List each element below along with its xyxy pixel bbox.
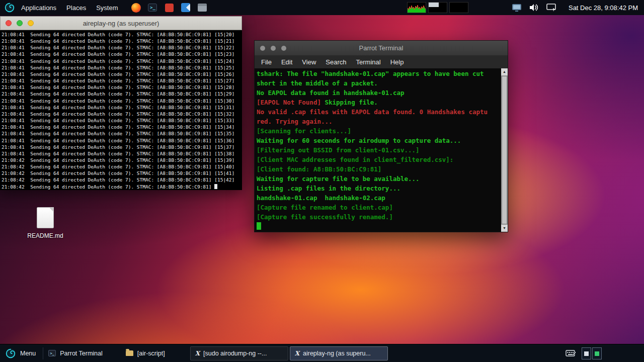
top-panel: Applications Places System >_: [0, 0, 644, 15]
terminal-icon: >_: [48, 350, 56, 356]
screen-recorder-icon[interactable]: [164, 3, 174, 13]
aireplay-line: 21:08:41 Sending 64 directed DeAuth (cod…: [2, 104, 242, 111]
menu-search[interactable]: Search: [326, 58, 346, 66]
system-tray: [512, 4, 556, 12]
taskbar-window-label: Parrot Terminal: [60, 350, 103, 357]
menu-view[interactable]: View: [302, 58, 316, 66]
terminal-cursor-line: [257, 222, 500, 231]
window-title: Parrot Terminal: [255, 44, 508, 52]
aireplay-line: 21:08:41 Sending 64 directed DeAuth (cod…: [2, 58, 242, 64]
aireplay-line: 21:08:41 Sending 64 directed DeAuth (cod…: [2, 130, 242, 137]
workspace-switcher[interactable]: [582, 347, 602, 359]
menu-edit[interactable]: Edit: [281, 58, 292, 66]
aireplay-output[interactable]: 21:08:41 Sending 64 directed DeAuth (cod…: [0, 30, 242, 190]
terminal-text-segment: tshark: The file "handshake-01.cap" appe…: [257, 70, 484, 77]
terminal-line: short in the middle of a packet.: [257, 78, 500, 88]
terminal-line: Listing .cap files in the directory...: [257, 184, 500, 193]
taskbar-window-label: aireplay-ng (as superu...: [303, 350, 371, 357]
folder-icon: [126, 350, 133, 356]
menu-terminal[interactable]: Terminal: [356, 58, 381, 66]
start-menu-button[interactable]: Menu: [0, 344, 43, 362]
aireplay-line: 21:08:42 Sending 64 directed DeAuth (cod…: [2, 163, 242, 170]
aireplay-line: 21:08:41 Sending 64 directed DeAuth (cod…: [2, 64, 242, 71]
terminal-cursor: [257, 222, 261, 230]
terminal-line: Waiting for capture file to be available…: [257, 174, 500, 184]
aireplay-line: 21:08:42 Sending 64 directed DeAuth (cod…: [2, 170, 242, 176]
system-monitors[interactable]: [407, 2, 468, 13]
aireplay-line: 21:08:41 Sending 64 directed DeAuth (cod…: [2, 77, 242, 84]
terminal-line: tshark: The file "handshake-01.cap" appe…: [257, 69, 500, 78]
taskbar-window-label: [air-script]: [137, 350, 165, 357]
memory-graph: [428, 2, 447, 13]
terminal-line: [Scanning for clients...]: [257, 126, 500, 136]
desktop-icon-readme[interactable]: README.md: [27, 207, 63, 239]
scrollbar-thumb[interactable]: [502, 76, 507, 224]
menu-help[interactable]: Help: [390, 58, 404, 66]
text-cursor: [214, 184, 217, 189]
workspace-1[interactable]: [582, 347, 591, 359]
panel-launchers: >_: [131, 3, 207, 13]
workspace-2[interactable]: [592, 347, 602, 359]
taskbar-window-label: [sudo airodump-ng --...: [203, 350, 267, 357]
taskbar-window-parrot-terminal[interactable]: >_ Parrot Terminal: [43, 346, 108, 360]
terminal-text-segment: [Filtering out BSSID from client-01.csv.…: [257, 146, 420, 154]
xterm-icon: X: [195, 350, 200, 357]
vscode-icon[interactable]: [181, 3, 191, 13]
aireplay-titlebar[interactable]: aireplay-ng (as superuser): [0, 16, 242, 30]
scrollbar[interactable]: ▲ ▼: [501, 68, 508, 232]
file-manager-icon[interactable]: [197, 3, 207, 13]
aireplay-line: 21:08:42 Sending 64 directed DeAuth (cod…: [2, 176, 242, 183]
terminal-launcher-icon[interactable]: >_: [147, 3, 157, 13]
menu-file[interactable]: File: [261, 58, 272, 66]
taskbar-window-air-script[interactable]: [air-script]: [121, 346, 170, 360]
desktop-icon-label: README.md: [27, 232, 63, 239]
aireplay-window: aireplay-ng (as superuser) 21:08:41 Send…: [0, 16, 242, 190]
terminal-text-segment: [EAPOL Not Found]: [257, 99, 321, 106]
taskbar-window-aireplay[interactable]: X aireplay-ng (as superu...: [290, 346, 388, 360]
aireplay-line: 21:08:41 Sending 64 directed DeAuth (cod…: [2, 98, 242, 104]
display-settings-icon[interactable]: [512, 4, 522, 12]
aireplay-current-line: 21:08:42 Sending 64 directed DeAuth (cod…: [2, 184, 242, 190]
keyboard-indicator-icon[interactable]: [566, 349, 577, 357]
parrot-terminal-window: Parrot Terminal File Edit View Search Te…: [254, 40, 508, 232]
terminal-text-segment: [Scanning for clients...]: [257, 127, 351, 135]
terminal-text-segment: [Client MAC addresses found in client_fi…: [257, 156, 453, 163]
menu-system[interactable]: System: [91, 0, 123, 15]
terminal-text-segment: short in the middle of a packet.: [257, 79, 378, 87]
terminal-line: No valid .cap files with EAPOL data foun…: [257, 107, 500, 117]
menu-places[interactable]: Places: [61, 0, 91, 15]
parrot-distro-icon[interactable]: [4, 2, 15, 13]
scroll-down-icon[interactable]: ▼: [501, 225, 508, 232]
menu-label: Menu: [20, 350, 36, 357]
terminal-text-segment: handshake-01.cap handshake-02.cap: [257, 194, 385, 202]
aireplay-line: 21:08:41 Sending 64 directed DeAuth (cod…: [2, 111, 242, 117]
workspace-window-thumb: [584, 351, 589, 356]
terminal-text-segment: Listing .cap files in the directory...: [257, 185, 400, 192]
volume-icon[interactable]: [529, 4, 539, 12]
taskbar-window-airodump[interactable]: X [sudo airodump-ng --...: [190, 346, 288, 360]
panel-right: Sat Dec 28, 9:08:42 PM: [407, 2, 640, 13]
aireplay-line: 21:08:41 Sending 64 directed DeAuth (cod…: [2, 124, 242, 130]
terminal-output: tshark: The file "handshake-01.cap" appe…: [257, 69, 500, 232]
menu-applications[interactable]: Applications: [16, 0, 61, 15]
aireplay-line: 21:08:41 Sending 64 directed DeAuth (cod…: [2, 31, 242, 38]
screen-share-icon[interactable]: [546, 4, 556, 12]
terminal-text-segment: red. Trying again...: [257, 118, 333, 125]
terminal-menubar: File Edit View Search Terminal Help: [255, 56, 508, 68]
parrot-titlebar[interactable]: Parrot Terminal: [255, 41, 508, 56]
aireplay-line: 21:08:41 Sending 64 directed DeAuth (cod…: [2, 84, 242, 90]
clock[interactable]: Sat Dec 28, 9:08:42 PM: [569, 4, 640, 12]
terminal-line: Waiting for 60 seconds for airodump to c…: [257, 136, 500, 145]
browser-icon[interactable]: [131, 3, 141, 13]
terminal-line: No EAPOL data found in handshake-01.cap: [257, 88, 500, 98]
terminal-body[interactable]: tshark: The file "handshake-01.cap" appe…: [255, 68, 508, 232]
terminal-text-segment: No valid .cap files with EAPOL data foun…: [257, 108, 488, 116]
scroll-up-icon[interactable]: ▲: [501, 68, 508, 75]
taskbar-right: [566, 347, 602, 359]
aireplay-line: 21:08:41 Sending 64 directed DeAuth (cod…: [2, 38, 242, 44]
parrot-menu-icon: [5, 348, 16, 359]
network-graph: [449, 2, 468, 13]
terminal-line: [EAPOL Not Found] Skipping file.: [257, 98, 500, 107]
terminal-line: red. Trying again...: [257, 117, 500, 126]
taskbar: Menu >_ Parrot Terminal [air-script] X […: [0, 344, 644, 362]
